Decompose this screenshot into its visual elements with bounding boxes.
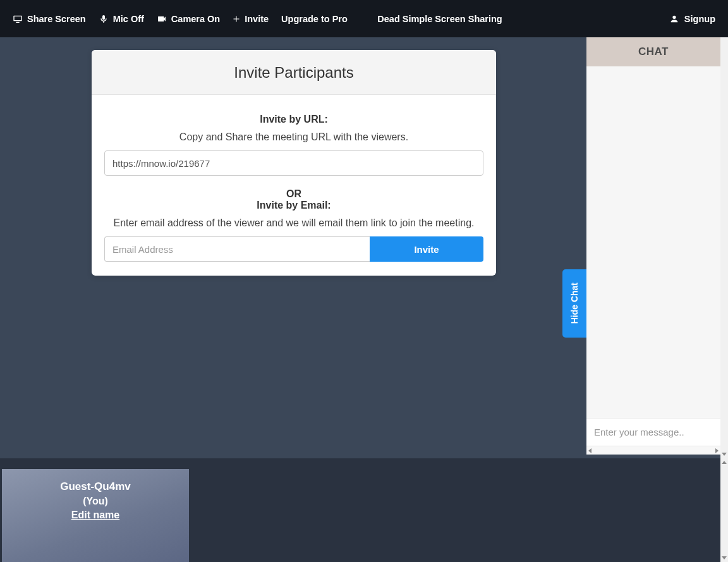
send-invite-button[interactable]: Invite [370, 236, 483, 262]
plus-icon [233, 15, 240, 23]
user-icon [669, 14, 679, 24]
chat-message-input[interactable] [586, 418, 720, 446]
top-toolbar: Share Screen Mic Off Camera On Invite Up… [0, 0, 728, 37]
invite-email-title: Invite by Email: [104, 200, 483, 211]
invite-url-title: Invite by URL: [104, 114, 483, 125]
or-divider: OR [104, 188, 483, 200]
chat-horizontal-scrollbar[interactable] [586, 446, 720, 455]
edit-name-link[interactable]: Edit name [71, 510, 119, 521]
hide-chat-label: Hide Chat [569, 283, 579, 324]
invite-label: Invite [245, 14, 269, 24]
mic-icon [99, 14, 109, 24]
invite-email-desc: Enter email address of the viewer and we… [104, 217, 483, 229]
signup-button[interactable]: Signup [669, 14, 715, 24]
signup-label: Signup [684, 14, 715, 24]
meeting-url-input[interactable] [104, 150, 483, 176]
share-screen-label: Share Screen [27, 14, 86, 24]
chat-header: CHAT [586, 37, 720, 66]
invite-modal-title: Invite Participants [92, 50, 496, 95]
upgrade-label: Upgrade to Pro [281, 14, 348, 24]
participant-name: Guest-Qu4mv [2, 480, 189, 493]
camera-label: Camera On [171, 14, 220, 24]
monitor-icon [13, 14, 23, 24]
participant-tile-self[interactable]: Guest-Qu4mv (You) Edit name [2, 469, 189, 562]
invite-modal: Invite Participants Invite by URL: Copy … [92, 50, 496, 276]
upgrade-link[interactable]: Upgrade to Pro [281, 14, 348, 24]
invite-button[interactable]: Invite [233, 14, 269, 24]
brand-title: Dead Simple Screen Sharing [377, 14, 502, 24]
chat-messages-area[interactable] [586, 66, 720, 418]
invite-url-desc: Copy and Share the meeting URL with the … [104, 131, 483, 143]
share-screen-button[interactable]: Share Screen [13, 14, 86, 24]
bottom-vertical-scrollbar[interactable] [720, 458, 728, 562]
email-field[interactable] [104, 236, 370, 262]
camera-toggle-button[interactable]: Camera On [157, 14, 220, 24]
participant-you-label: (You) [2, 496, 189, 507]
mic-label: Mic Off [113, 14, 144, 24]
main-vertical-scrollbar[interactable] [720, 37, 728, 458]
participants-strip: Guest-Qu4mv (You) Edit name [0, 458, 720, 562]
hide-chat-toggle[interactable]: Hide Chat [562, 269, 586, 338]
chat-panel: CHAT [586, 37, 720, 455]
camera-icon [157, 14, 167, 24]
mic-toggle-button[interactable]: Mic Off [99, 14, 144, 24]
